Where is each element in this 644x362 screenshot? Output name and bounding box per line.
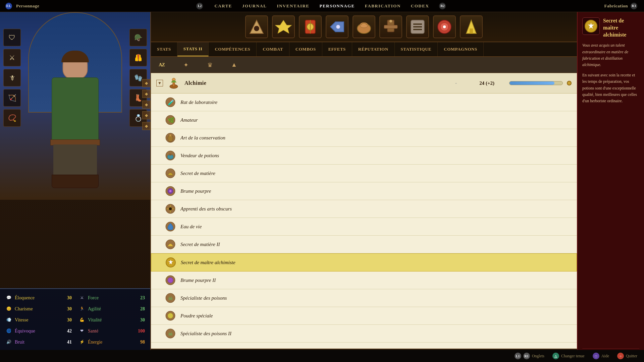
level-dot bbox=[567, 81, 572, 85]
l2-btn: L2 bbox=[196, 3, 203, 9]
skill-icon-secret-maitre bbox=[165, 256, 177, 268]
category-expand[interactable]: ▼ bbox=[156, 80, 163, 86]
eq-slot-r2[interactable]: 🦺 bbox=[129, 49, 147, 66]
agilite-icon: 🏃 bbox=[78, 306, 85, 312]
skill-rat-lab[interactable]: 🧪 Rat de laboratoire bbox=[151, 94, 577, 111]
tab-stats[interactable]: Stats bbox=[151, 42, 177, 56]
vitesse-name: Vitesse bbox=[15, 317, 59, 323]
skill-top-8[interactable] bbox=[433, 15, 456, 38]
category-level: 24 (+2) bbox=[468, 80, 494, 86]
agilite-val: 28 bbox=[135, 306, 145, 312]
eq-slot-1[interactable]: 🛡 bbox=[3, 29, 21, 46]
skill-poudre-speciale[interactable]: Poudre spéciale bbox=[151, 307, 577, 325]
skill-secret-matiere[interactable]: Secret de matière bbox=[151, 165, 577, 182]
level-bar-track bbox=[509, 81, 563, 85]
skill-brume-pourpre[interactable]: Brume pourpre bbox=[151, 182, 577, 200]
skill-art-conservation[interactable]: Art de la conservation bbox=[151, 129, 577, 147]
filter-az[interactable]: AZ bbox=[156, 60, 167, 70]
top-nav: L2 CARTE JOURNAL INVENTAIRE PERSONNAGE F… bbox=[196, 3, 447, 9]
nav-up[interactable]: ◆ bbox=[142, 79, 150, 87]
skill-eau-vie[interactable]: Eau de vie bbox=[151, 218, 577, 236]
btn-changer-tenue[interactable]: △ Changer tenue bbox=[552, 353, 585, 359]
skill-top-7[interactable] bbox=[406, 15, 429, 38]
skill-apprenti-arts[interactable]: Apprenti des arts obscurs bbox=[151, 200, 577, 218]
tabs-row: Stats Stats II Compétences Combat Combos… bbox=[151, 42, 577, 57]
skill-name-apprenti-arts: Apprenti des arts obscurs bbox=[180, 206, 572, 212]
charisme-val: 30 bbox=[62, 306, 72, 312]
tab-competences[interactable]: Compétences bbox=[209, 42, 257, 56]
skill-top-4[interactable] bbox=[326, 15, 348, 38]
skill-top-9[interactable] bbox=[460, 15, 483, 38]
svg-rect-18 bbox=[470, 28, 473, 34]
skills-list[interactable]: ▼ Alchimie - 24 (+2) 🧪 R bbox=[151, 73, 577, 349]
nav-carte[interactable]: CARTE bbox=[214, 3, 232, 9]
nav-personnage[interactable]: PERSONNAGE bbox=[320, 3, 355, 9]
skill-brume-pourpre-2[interactable]: Brume pourpre II bbox=[151, 272, 577, 289]
charisme-name: Charisme bbox=[15, 306, 59, 312]
detail-icon bbox=[582, 17, 600, 35]
skill-top-6[interactable] bbox=[379, 15, 402, 38]
btn-changer-tenue-label: Changer tenue bbox=[561, 354, 585, 359]
skill-amateur[interactable]: 🌿 Amateur bbox=[151, 111, 577, 129]
skill-top-3[interactable] bbox=[299, 15, 322, 38]
force-name: Force bbox=[88, 295, 132, 301]
stat-energie: ⚡ Énergie 98 bbox=[78, 337, 145, 347]
skill-secret-matiere-2[interactable]: Secret de matière II bbox=[151, 236, 577, 253]
tab-stats2[interactable]: Stats II bbox=[177, 42, 209, 56]
skill-top-1[interactable] bbox=[245, 15, 268, 38]
eq-slot-4[interactable]: 🏹 bbox=[3, 89, 21, 107]
nav-down3[interactable]: ◆ bbox=[142, 111, 150, 119]
vitesse-val: 30 bbox=[62, 317, 72, 323]
btn-quitter[interactable]: ○ Quitter bbox=[617, 353, 637, 359]
tab-combat[interactable]: Combat bbox=[257, 42, 289, 56]
filter-crown[interactable]: ♛ bbox=[205, 60, 215, 70]
nav-journal[interactable]: JOURNAL bbox=[242, 3, 267, 9]
skill-icon-brume-pourpre bbox=[164, 185, 176, 197]
skill-secret-maitre[interactable]: Secret de maître alchimiste bbox=[151, 253, 577, 272]
nav-down2[interactable]: ◆ bbox=[142, 101, 150, 109]
skill-specialiste-poisons-2[interactable]: ☠ Spécialiste des poisons II bbox=[151, 325, 577, 343]
btn-onglets[interactable]: L1 R1 Onglets bbox=[515, 353, 544, 359]
tab-effets[interactable]: Effets bbox=[322, 42, 352, 56]
eloquence-icon: 💬 bbox=[5, 295, 12, 301]
btn-aide[interactable]: □ Aide bbox=[593, 353, 609, 359]
tab-reputation[interactable]: Réputation bbox=[352, 42, 395, 56]
nav-down4[interactable]: ◆ bbox=[142, 122, 150, 130]
skill-specialiste-poisons[interactable]: ☠ Spécialiste des poisons bbox=[151, 289, 577, 307]
circle-icon: ○ bbox=[617, 353, 624, 359]
char-hair bbox=[61, 51, 89, 62]
equivoque-val: 42 bbox=[62, 328, 72, 334]
bruit-val: 41 bbox=[62, 340, 72, 345]
eq-slot-r1[interactable]: 🪖 bbox=[129, 29, 147, 46]
skill-icon-specialiste-poisons: ☠ bbox=[164, 292, 176, 304]
vitesse-icon: 💨 bbox=[5, 317, 12, 323]
category-header[interactable]: ▼ Alchimie - 24 (+2) bbox=[151, 73, 577, 94]
filter-star[interactable]: ✦ bbox=[180, 60, 191, 70]
svg-text:🧪: 🧪 bbox=[168, 99, 174, 106]
stat-eloquence: 💬 Éloquence 30 bbox=[5, 293, 72, 303]
nav-inventaire[interactable]: INVENTAIRE bbox=[277, 3, 309, 9]
sante-name: Santé bbox=[88, 328, 132, 334]
eq-slot-5[interactable]: 📿 bbox=[3, 109, 21, 127]
skill-vendeur-potions[interactable]: Vendeur de potions bbox=[151, 147, 577, 165]
category-icon bbox=[167, 76, 180, 90]
svg-point-42 bbox=[168, 278, 173, 283]
svg-rect-14 bbox=[413, 29, 422, 30]
l1-icon: L1 bbox=[515, 353, 521, 359]
tab-compagnons[interactable]: Compagnons bbox=[438, 42, 483, 56]
vitalite-icon: 💪 bbox=[78, 317, 85, 323]
filter-arrow[interactable]: ▲ bbox=[229, 60, 239, 70]
very-bottom-bar: L1 R1 Onglets △ Changer tenue □ Aide ○ Q… bbox=[0, 350, 644, 362]
tab-statistique[interactable]: Statistique bbox=[395, 42, 438, 56]
force-val: 23 bbox=[135, 295, 145, 301]
skill-top-2[interactable] bbox=[272, 15, 295, 38]
top-bar-right: Fabrication R3 bbox=[604, 3, 639, 9]
nav-codex[interactable]: CODEX bbox=[411, 3, 429, 9]
eq-slot-3[interactable]: 🗡 bbox=[3, 69, 21, 86]
nav-down1[interactable]: ◆ bbox=[142, 90, 150, 98]
nav-fabrication[interactable]: FABRICATION bbox=[365, 3, 401, 9]
tab-combos[interactable]: Combos bbox=[289, 42, 322, 56]
category-name: Alchimie bbox=[184, 80, 451, 86]
eq-slot-2[interactable]: ⚔ bbox=[3, 49, 21, 66]
skill-top-5[interactable] bbox=[353, 15, 375, 38]
